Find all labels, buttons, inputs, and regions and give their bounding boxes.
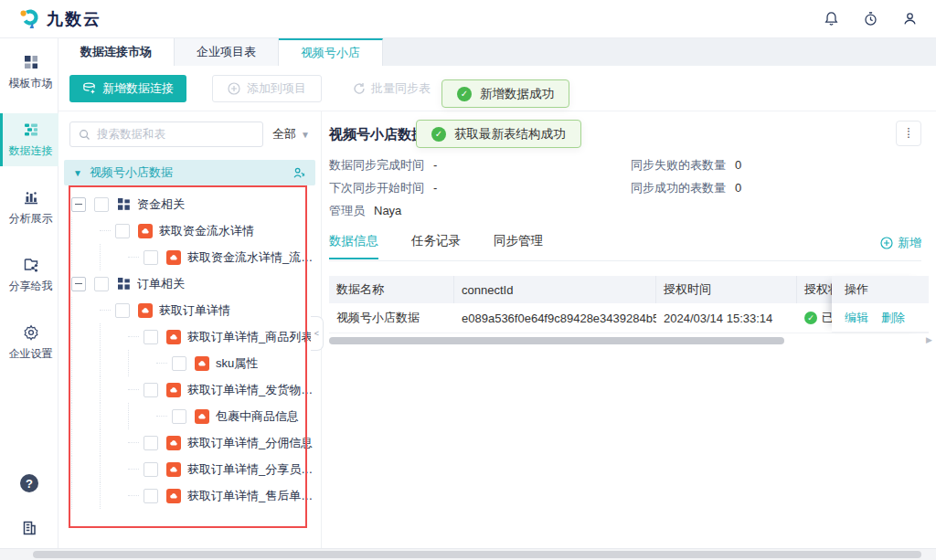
tree-node-label: 获取资金流水详情_流水关... <box>187 249 321 266</box>
detail-tab-3[interactable]: 同步管理 <box>494 233 543 259</box>
tree-elbow-line <box>128 336 139 337</box>
collapse-toggle-icon[interactable] <box>71 197 86 212</box>
tree-node[interactable]: 订单相关 <box>58 270 321 297</box>
tree-checkbox[interactable] <box>144 489 158 503</box>
tab-2[interactable]: 企业项目表 <box>175 38 279 66</box>
tree-node[interactable]: 获取订单详情 <box>58 297 321 323</box>
tree-node-label: 获取订单详情_商品列表 <box>187 329 313 345</box>
grid-icon <box>23 54 39 70</box>
add-label: 新增 <box>898 235 921 251</box>
info-value: 0 <box>735 181 741 195</box>
page-horizontal-scrollbar <box>0 548 936 560</box>
search-input[interactable]: 搜索数据和表 <box>69 122 263 147</box>
info-value: - <box>433 158 437 172</box>
tree-checkbox[interactable] <box>144 436 158 450</box>
edit-link[interactable]: 编辑 <box>845 310 868 326</box>
page-scrollbar-thumb[interactable] <box>33 551 921 558</box>
page-title: 视频号小店数据 <box>329 126 425 143</box>
more-actions-button[interactable]: ⁞ <box>896 121 921 146</box>
tree-node[interactable]: 获取资金流水详情_流水关... <box>58 244 321 270</box>
scroll-right-icon[interactable]: ▶ <box>926 335 932 344</box>
detail-tab-2[interactable]: 任务记录 <box>411 233 461 259</box>
batch-sync-tables-button[interactable]: 批量同步表 <box>347 79 436 98</box>
table-ops-column: 操作编辑删除 <box>832 276 929 333</box>
tree-guide-line <box>71 323 100 350</box>
tree-checkbox[interactable] <box>144 462 158 477</box>
sidebar-item-shared-with-me[interactable]: 分享给我 <box>0 248 58 301</box>
user-icon[interactable] <box>902 11 918 26</box>
tree-checkbox[interactable] <box>94 277 109 291</box>
tree-node[interactable]: sku属性 <box>58 350 321 376</box>
collapse-toggle-icon[interactable] <box>71 277 86 291</box>
tree-node-label: 包裹中商品信息 <box>216 408 299 425</box>
column-header: connectId <box>454 276 656 303</box>
tree-node[interactable]: 包裹中商品信息 <box>58 403 321 429</box>
tree-guide-line <box>71 217 100 244</box>
tree-root-row[interactable]: ▼ 视频号小店数据 <box>64 160 315 185</box>
tree-node[interactable]: 获取订单详情_发货物流信息 <box>58 376 321 403</box>
panel-collapse-handle[interactable]: < <box>311 316 324 351</box>
connect-icon <box>82 81 96 95</box>
tree-checkbox[interactable] <box>94 197 109 212</box>
tree-elbow-line <box>128 495 139 496</box>
question-icon[interactable]: ? <box>20 474 38 492</box>
connection-info: 数据同步完成时间-同步失败的表数量0下次同步开始时间-同步成功的表数量0管理员N… <box>329 153 921 222</box>
tree-checkbox[interactable] <box>144 250 158 265</box>
tree-node[interactable]: 获取订单详情_分享员信息 <box>58 456 321 482</box>
column-header-ops: 操作 <box>832 276 929 303</box>
auth-user-icon[interactable] <box>292 166 306 180</box>
tree-node[interactable]: 资金相关 <box>58 191 321 217</box>
delete-link[interactable]: 删除 <box>881 310 905 326</box>
timer-icon[interactable] <box>863 11 878 26</box>
building-icon[interactable] <box>21 520 37 536</box>
table-cell: 2024/03/14 15:33:14 <box>656 312 797 325</box>
brand-logo-icon <box>18 8 40 30</box>
sidebar-item-enterprise-settings[interactable]: 企业设置 <box>0 316 58 369</box>
api-table-icon <box>166 489 181 503</box>
tree-node-label: 资金相关 <box>137 196 185 213</box>
app-window: 九数云 模板市场数据连接分析展示分享给我企业设置? 数据连接市场企业项目表视频号… <box>0 0 936 560</box>
tab-1[interactable]: 数据连接市场 <box>58 38 175 66</box>
tree-elbow-line <box>128 257 139 258</box>
tree-node[interactable]: 获取资金流水详情 <box>58 217 321 244</box>
bell-icon[interactable] <box>824 11 839 26</box>
detail-tab-1[interactable]: 数据信息 <box>329 233 378 259</box>
info-value: - <box>433 181 437 195</box>
tab-strip: 数据连接市场企业项目表视频号小店 <box>58 38 936 66</box>
tab-3[interactable]: 视频号小店 <box>279 38 383 66</box>
brand-logo[interactable]: 九数云 <box>18 8 101 30</box>
sidebar-item-label: 分享给我 <box>9 279 53 294</box>
tree-node-label: 获取订单详情_分佣信息 <box>187 435 313 451</box>
sidebar-item-analysis-display[interactable]: 分析展示 <box>0 181 58 234</box>
table-scrollbar-thumb[interactable] <box>329 337 784 344</box>
success-toast: ✓获取最新表结构成功 <box>416 120 581 148</box>
tree-checkbox[interactable] <box>172 409 186 424</box>
tree-checkbox[interactable] <box>172 356 186 371</box>
info-label: 下次同步开始时间 <box>329 180 424 196</box>
tree-checkbox[interactable] <box>144 383 158 397</box>
tree-guide-line <box>100 403 128 429</box>
tree-node[interactable]: 获取订单详情_商品列表 <box>58 323 321 350</box>
sidebar-item-template-market[interactable]: 模板市场 <box>0 46 58 99</box>
tree-checkbox[interactable] <box>144 330 158 344</box>
caret-down-icon[interactable]: ▼ <box>73 168 82 178</box>
tree-guide-line <box>100 429 128 456</box>
tree-guide-line <box>128 350 156 376</box>
tree-checkbox[interactable] <box>115 224 130 238</box>
tree-node[interactable]: 获取订单详情_分佣信息 <box>58 429 321 456</box>
new-data-connection-button[interactable]: 新增数据连接 <box>69 75 186 102</box>
info-label: 数据同步完成时间 <box>329 157 424 174</box>
add-button[interactable]: 新增 <box>880 235 921 251</box>
success-toast: ✓新增数据成功 <box>441 79 569 108</box>
search-placeholder: 搜索数据和表 <box>97 127 165 143</box>
tree-checkbox[interactable] <box>115 303 130 318</box>
table-scrollbar: ▶ <box>329 336 929 345</box>
add-to-project-button[interactable]: 添加到项目 <box>212 75 322 102</box>
sidebar-item-data-connection[interactable]: 数据连接 <box>0 113 58 166</box>
info-item: 数据同步完成时间- <box>329 153 631 176</box>
api-table-icon <box>138 303 153 318</box>
tree-guide-line <box>71 403 100 429</box>
tree-node[interactable]: 获取订单详情_售后单列表 <box>58 482 321 509</box>
tree-elbow-line <box>100 310 111 311</box>
filter-dropdown[interactable]: 全部 ▼ <box>272 126 310 143</box>
